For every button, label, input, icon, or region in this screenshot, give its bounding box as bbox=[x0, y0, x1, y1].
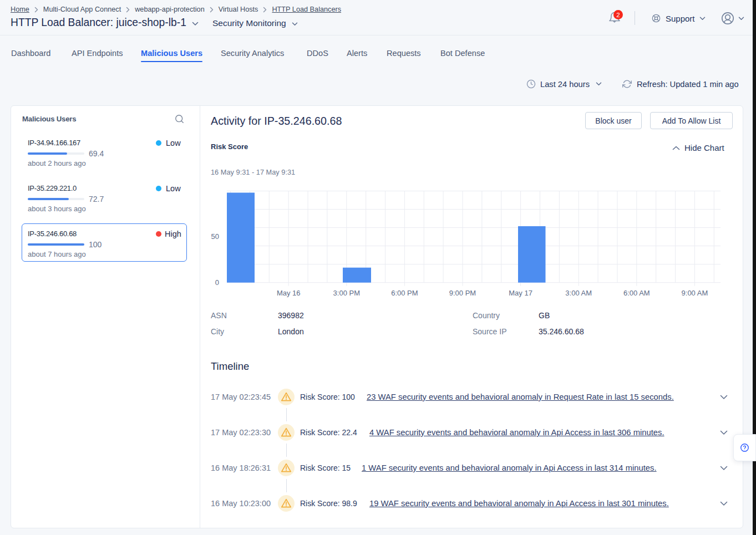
svg-text:May 17: May 17 bbox=[509, 289, 532, 297]
svg-text:50: 50 bbox=[211, 232, 219, 241]
svg-text:9:00 PM: 9:00 PM bbox=[449, 289, 476, 297]
svg-text:3:00 PM: 3:00 PM bbox=[333, 289, 360, 297]
svg-text:6:00 PM: 6:00 PM bbox=[391, 289, 418, 297]
svg-text:3:00 AM: 3:00 AM bbox=[565, 289, 592, 297]
svg-text:0: 0 bbox=[215, 278, 219, 287]
svg-text:6:00 AM: 6:00 AM bbox=[623, 289, 650, 297]
svg-text:9:00 AM: 9:00 AM bbox=[682, 289, 708, 297]
svg-text:May 16: May 16 bbox=[277, 289, 301, 297]
